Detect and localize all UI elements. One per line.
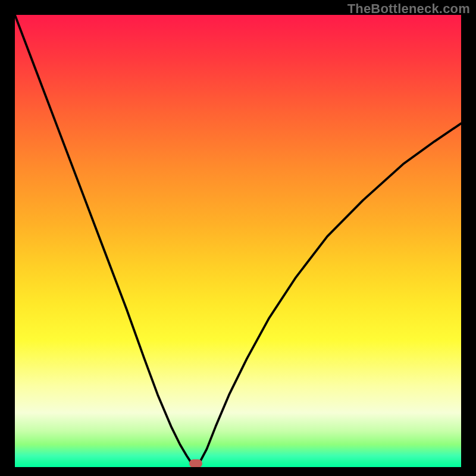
chart-frame: TheBottleneck.com [0, 0, 476, 476]
bottleneck-curve [15, 15, 461, 467]
optimal-point-marker [189, 459, 202, 467]
watermark-text: TheBottleneck.com [347, 1, 470, 17]
plot-area [15, 15, 461, 467]
